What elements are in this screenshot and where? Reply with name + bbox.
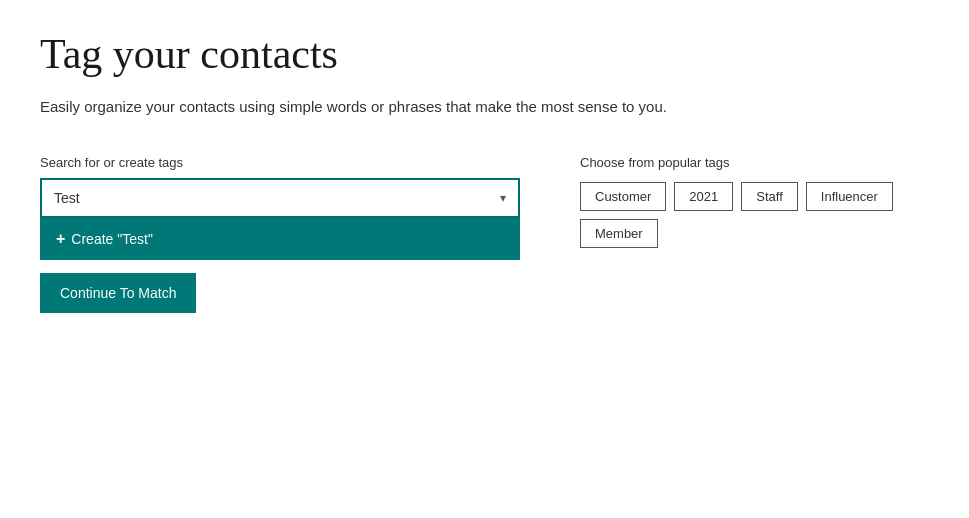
popular-tags-label: Choose from popular tags — [580, 155, 929, 170]
search-label: Search for or create tags — [40, 155, 520, 170]
tags-row: Customer 2021 Staff Influencer Member — [580, 182, 929, 248]
search-input-wrapper: ▾ — [40, 178, 520, 218]
plus-icon: + — [56, 230, 65, 248]
page-subtitle: Easily organize your contacts using simp… — [40, 98, 929, 115]
right-section: Choose from popular tags Customer 2021 S… — [580, 155, 929, 248]
search-input[interactable] — [42, 180, 488, 216]
create-tag-option[interactable]: + Create "Test" — [40, 218, 520, 260]
tag-chip-influencer[interactable]: Influencer — [806, 182, 893, 211]
main-layout: Search for or create tags ▾ + Create "Te… — [40, 155, 929, 313]
tag-chip-2021[interactable]: 2021 — [674, 182, 733, 211]
dropdown-arrow-icon[interactable]: ▾ — [488, 181, 518, 216]
left-section: Search for or create tags ▾ + Create "Te… — [40, 155, 520, 313]
tag-chip-staff[interactable]: Staff — [741, 182, 798, 211]
search-container: ▾ + Create "Test" — [40, 178, 520, 218]
create-tag-label: Create "Test" — [71, 231, 153, 247]
tag-chip-member[interactable]: Member — [580, 219, 658, 248]
continue-to-match-button[interactable]: Continue To Match — [40, 273, 196, 313]
tag-chip-customer[interactable]: Customer — [580, 182, 666, 211]
page-title: Tag your contacts — [40, 30, 929, 78]
